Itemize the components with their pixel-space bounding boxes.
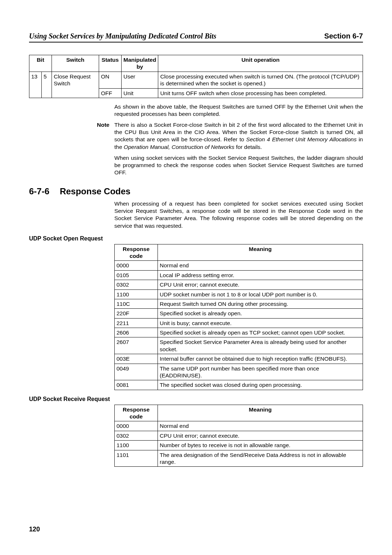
paragraph: When using socket services with the Sock… xyxy=(114,154,363,176)
th-code: Response code xyxy=(115,405,158,421)
table-row: 13 5 Close Request Switch ON User Close … xyxy=(29,72,363,88)
cell-code: 2606 xyxy=(115,328,158,337)
table-row: 0302CPU Unit error; cannot execute. xyxy=(115,431,363,440)
header-right: Section 6-7 xyxy=(324,32,363,40)
th-switch: Switch xyxy=(52,55,99,72)
cell-meaning: Request Switch turned ON during other pr… xyxy=(158,299,363,308)
th-op: Unit operation xyxy=(158,55,363,72)
switch-table: Bit Switch Status Manipulated by Unit op… xyxy=(29,55,363,98)
table-row: 1100Number of bytes to receive is not in… xyxy=(115,441,363,450)
th-status: Status xyxy=(99,55,122,72)
table-row: Response code Meaning xyxy=(115,244,363,261)
cell-meaning: The area designation of the Send/Receive… xyxy=(158,450,363,467)
table-row: Response code Meaning xyxy=(115,405,363,421)
cell-code: 003E xyxy=(115,354,158,364)
cell-bit2: 5 xyxy=(42,72,52,98)
note-ref2: Operation Manual, Construction of Networ… xyxy=(124,144,234,150)
table-row: 110CRequest Switch turned ON during othe… xyxy=(115,299,363,308)
cell-meaning: Local IP address setting error. xyxy=(158,270,363,280)
header-left: Using Socket Services by Manipulating De… xyxy=(29,32,216,40)
table-row: 2606Specified socket is already open as … xyxy=(115,328,363,337)
note-label: Note xyxy=(97,121,109,129)
table-row: 0049The same UDP port number has been sp… xyxy=(115,364,363,380)
th-meaning: Meaning xyxy=(158,244,363,261)
cell-meaning: Normal end xyxy=(158,261,363,270)
cell-code: 0000 xyxy=(115,421,158,431)
page-number: 120 xyxy=(29,526,40,533)
cell-code: 220F xyxy=(115,309,158,318)
paragraph: As shown in the above table, the Request… xyxy=(114,103,363,118)
th-meaning: Meaning xyxy=(158,405,363,421)
note-paragraph: Note There is also a Socket Force-close … xyxy=(114,121,363,151)
cell-code: 1100 xyxy=(115,441,158,450)
cell-code: 1100 xyxy=(115,289,158,299)
table-row: 2607Specified Socket Service Parameter A… xyxy=(115,337,363,354)
table-row: 0302CPU Unit error; cannot execute. xyxy=(115,280,363,289)
paragraph: When processing of a request has been co… xyxy=(114,200,363,230)
note-text-c: for details. xyxy=(234,144,262,150)
cell-code: 2211 xyxy=(115,318,158,328)
table-row: 0081The specified socket was closed duri… xyxy=(115,380,363,390)
section-title: Response Codes xyxy=(60,186,131,196)
cell-meaning: Normal end xyxy=(158,421,363,431)
cell-code: 0081 xyxy=(115,380,158,390)
cell-code: 1101 xyxy=(115,450,158,467)
cell-code: 0302 xyxy=(115,431,158,440)
cell-switch: Close Request Switch xyxy=(52,72,99,98)
cell-status-on: ON xyxy=(99,72,122,88)
cell-meaning: Internal buffer cannot be obtained due t… xyxy=(158,354,363,364)
subheading-udp-recv: UDP Socket Receive Request xyxy=(29,396,363,402)
th-bit: Bit xyxy=(29,55,52,72)
cell-meaning: Specified Socket Service Parameter Area … xyxy=(158,337,363,354)
cell-meaning: UDP socket number is not 1 to 8 or local… xyxy=(158,289,363,299)
cell-bit1: 13 xyxy=(29,72,42,98)
section-heading: 6-7-6 Response Codes xyxy=(29,186,363,197)
cell-code: 0302 xyxy=(115,280,158,289)
cell-meaning: Number of bytes to receive is not in all… xyxy=(158,441,363,450)
cell-op-off: Unit turns OFF switch when close process… xyxy=(158,88,363,98)
cell-meaning: Specified socket is already open. xyxy=(158,309,363,318)
subheading-udp-open: UDP Socket Open Request xyxy=(29,235,363,242)
table-row: 2211Unit is busy; cannot execute. xyxy=(115,318,363,328)
th-code: Response code xyxy=(115,244,158,261)
udp-recv-table: Response code Meaning 0000Normal end 030… xyxy=(114,405,363,467)
cell-meaning: Unit is busy; cannot execute. xyxy=(158,318,363,328)
cell-status-off: OFF xyxy=(99,88,122,98)
note-ref1: Section 4 Ethernet Unit Memory Allocatio… xyxy=(246,136,356,142)
cell-meaning: CPU Unit error; cannot execute. xyxy=(158,431,363,440)
cell-meaning: The specified socket was closed during o… xyxy=(158,380,363,390)
cell-code: 0000 xyxy=(115,261,158,270)
page: Using Socket Services by Manipulating De… xyxy=(0,0,392,555)
table-row: 1100UDP socket number is not 1 to 8 or l… xyxy=(115,289,363,299)
cell-code: 2607 xyxy=(115,337,158,354)
table-row: 220FSpecified socket is already open. xyxy=(115,309,363,318)
table-row: 0000Normal end xyxy=(115,421,363,431)
cell-code: 0105 xyxy=(115,270,158,280)
cell-code: 0049 xyxy=(115,364,158,380)
th-manip: Manipulated by xyxy=(122,55,158,72)
page-header: Using Socket Services by Manipulating De… xyxy=(29,32,363,42)
cell-meaning: CPU Unit error; cannot execute. xyxy=(158,280,363,289)
table-row: Bit Switch Status Manipulated by Unit op… xyxy=(29,55,363,72)
cell-meaning: Specified socket is already open as TCP … xyxy=(158,328,363,337)
cell-op-on: Close processing executed when switch is… xyxy=(158,72,363,88)
table-row: 003EInternal buffer cannot be obtained d… xyxy=(115,354,363,364)
cell-code: 110C xyxy=(115,299,158,308)
cell-manip-off: Unit xyxy=(122,88,158,98)
cell-manip-on: User xyxy=(122,72,158,88)
table-row: 0105Local IP address setting error. xyxy=(115,270,363,280)
cell-meaning: The same UDP port number has been specif… xyxy=(158,364,363,380)
udp-open-table: Response code Meaning 0000Normal end 010… xyxy=(114,244,363,390)
section-number: 6-7-6 xyxy=(29,186,57,197)
table-row: 1101The area designation of the Send/Rec… xyxy=(115,450,363,467)
table-row: 0000Normal end xyxy=(115,261,363,270)
